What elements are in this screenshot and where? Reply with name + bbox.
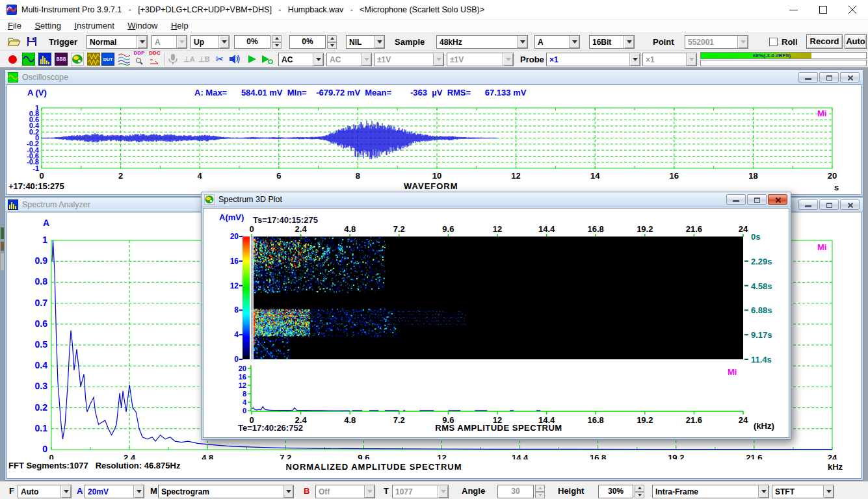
mode-label: M (150, 486, 157, 496)
sample-channel-combo[interactable]: A (534, 35, 580, 49)
mic-icon[interactable] (166, 52, 180, 66)
channel-a-label: A (77, 486, 83, 496)
record-icon[interactable] (5, 52, 20, 66)
sample-rate-combo[interactable]: 48kHz (436, 35, 528, 49)
svg-text:6.88s: 6.88s (751, 305, 772, 315)
auto-button[interactable]: Auto (845, 34, 867, 49)
s3d-logo: Mi (728, 367, 737, 377)
close-button[interactable] (837, 0, 867, 19)
menu-file[interactable]: File (3, 19, 27, 32)
menu-window[interactable]: Window (122, 19, 163, 32)
svg-text:16.8: 16.8 (590, 453, 606, 459)
spectrum-3d-maximize-button[interactable] (747, 194, 767, 205)
b-mode-combo[interactable]: Off (315, 485, 375, 498)
trigger-source-combo[interactable]: A (151, 35, 187, 49)
derived-data-icon[interactable] (117, 52, 131, 66)
scope-xlabel: WAVEFORM (404, 181, 458, 191)
svg-text:10: 10 (432, 171, 441, 181)
svg-text:12: 12 (230, 281, 239, 290)
coupling-b-combo[interactable]: AC (326, 53, 372, 66)
sample-bits-combo[interactable]: 16Bit (589, 35, 635, 49)
trigger-label: Trigger (49, 37, 77, 47)
app-icon (7, 5, 17, 15)
svg-text:0.5: 0.5 (35, 339, 48, 350)
play-icon[interactable] (245, 52, 259, 66)
oscilloscope-titlebar[interactable]: Oscilloscope (5, 70, 863, 84)
oscilloscope-maximize-button[interactable] (819, 72, 839, 83)
trigger-delay-spin[interactable]: 0% (289, 35, 337, 49)
record-button[interactable]: Record (806, 34, 843, 49)
maximize-button[interactable] (808, 0, 837, 19)
svg-text:0: 0 (49, 453, 53, 459)
spectrum-analyzer-icon[interactable] (38, 52, 52, 66)
toolbar-trigger: Trigger Normal A Up 0% 0% NIL Sample 48k… (0, 32, 868, 50)
oscilloscope-icon[interactable] (21, 52, 36, 66)
multimeter-icon[interactable]: 888 (54, 52, 68, 66)
trigger-edge-combo[interactable]: Up (191, 35, 230, 49)
play-loop-icon[interactable] (260, 52, 274, 66)
svg-text:4: 4 (234, 330, 239, 339)
svg-text:0.6: 0.6 (35, 318, 48, 329)
menu-instrument[interactable]: Instrument (69, 19, 119, 32)
spectrum-analyzer-title: Spectrum Analyzer (22, 200, 90, 209)
svg-text:0s: 0s (751, 232, 760, 242)
oscilloscope-close-button[interactable] (840, 72, 860, 83)
mode-combo[interactable]: Spectrogram (158, 485, 294, 498)
menu-help[interactable]: Help (166, 19, 194, 32)
spectrum-analyzer-window-icon (8, 199, 18, 210)
svg-text:4.8: 4.8 (202, 453, 213, 459)
svg-text:7.2: 7.2 (280, 453, 291, 459)
point-combo[interactable]: 552001 (685, 35, 748, 49)
svg-text:2.29s: 2.29s (751, 257, 772, 266)
spectrum-analyzer-close-button[interactable] (840, 199, 860, 210)
trigger-level-spin[interactable]: 0% (234, 35, 282, 49)
probe-cal-icon[interactable]: ✂ (213, 52, 227, 66)
signal-generator-icon[interactable] (86, 52, 101, 66)
probe-a-combo[interactable]: ×1 (546, 53, 640, 66)
trigger-mode-combo[interactable]: Normal (86, 35, 148, 49)
trigger-couple-combo[interactable]: NIL (346, 35, 385, 49)
svg-text:7.2: 7.2 (393, 224, 405, 234)
spectrum-3d-title: Spectrum 3D Plot (218, 195, 282, 204)
fft-size-combo[interactable]: Auto (18, 485, 72, 498)
oscilloscope-minimize-button[interactable] (798, 72, 818, 83)
spectrum-3d-titlebar[interactable]: Spectrum 3D Plot (202, 192, 791, 207)
ddc-icon[interactable]: DDC (148, 52, 162, 66)
toolbar-spectrum: F Auto A 20mV M Spectrogram B Off T 1077… (0, 481, 868, 499)
open-file-icon[interactable] (7, 34, 21, 49)
menu-setting[interactable]: Setting (29, 19, 66, 32)
svg-text:0: 0 (249, 224, 254, 234)
titlebar[interactable]: Multi-Instrument Pro 3.9.7.1 - [+3DP+DLG… (0, 0, 868, 19)
roll-checkbox[interactable] (769, 38, 778, 46)
method-combo[interactable]: STFT (772, 485, 834, 498)
speaker-icon[interactable] (228, 52, 242, 66)
t-label: T (384, 486, 389, 496)
toolbar-separator (164, 53, 164, 66)
ddp-icon[interactable]: DDP (132, 52, 146, 66)
spectrum-analyzer-maximize-button[interactable] (819, 199, 839, 210)
svg-text:8: 8 (243, 390, 246, 398)
range-a-combo[interactable]: ±1V (374, 53, 444, 66)
range-b-combo[interactable]: ±1V (447, 53, 514, 66)
svg-text:0: 0 (234, 355, 239, 364)
spectrum-3d-close-button[interactable] (768, 194, 787, 205)
range-display-combo[interactable]: 20mV (85, 485, 144, 498)
height-spin[interactable]: 30% (598, 485, 644, 498)
t-combo[interactable]: 1077 (392, 485, 449, 498)
svg-text:9.6: 9.6 (358, 453, 369, 459)
dut-icon[interactable]: DUT (101, 52, 115, 66)
s3d-xlabel: RMS AMPLITUDE SPECTRUM (427, 423, 570, 433)
save-icon[interactable] (25, 34, 39, 49)
point-label: Point (653, 37, 674, 47)
coupling-a-combo[interactable]: AC (278, 53, 324, 66)
svg-text:11.4s: 11.4s (751, 355, 772, 365)
spectrum-3d-icon[interactable] (70, 52, 85, 66)
probe-b-combo[interactable]: ×1 (642, 53, 697, 66)
spectrum-analyzer-minimize-button[interactable] (798, 199, 818, 210)
minimize-button[interactable] (779, 0, 808, 19)
frame-combo[interactable]: Intra-Frame (652, 485, 769, 498)
spectrum-3d-minimize-button[interactable] (726, 194, 746, 205)
angle-spin[interactable]: 30 (497, 485, 545, 498)
oscilloscope-window-icon (8, 72, 18, 83)
scope-logo: Mi (817, 109, 826, 118)
